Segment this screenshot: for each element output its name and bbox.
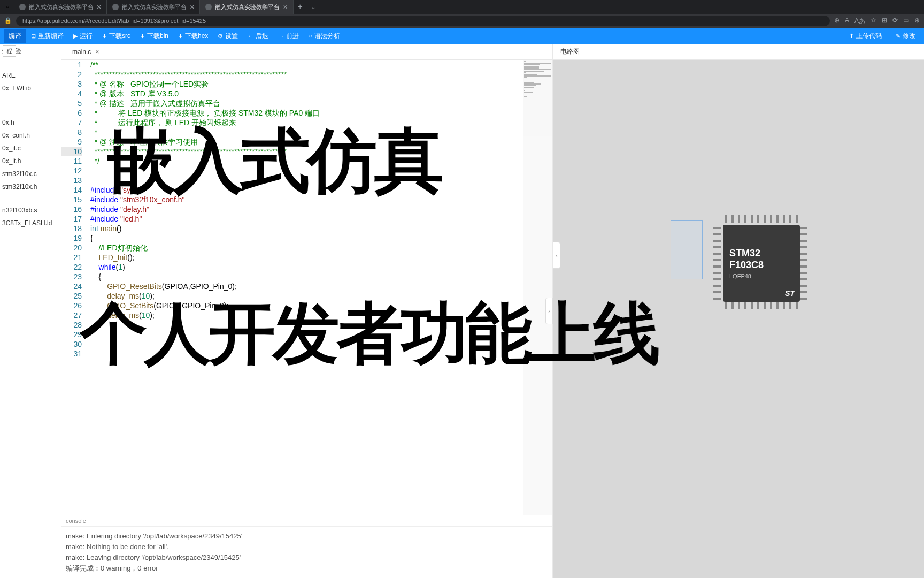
file-sidebar: 炼实验 ARE 0x_FWLib 0x.h 0x_conf.h 0x_it.c … — [0, 44, 61, 578]
url-input[interactable]: https://app.puliedu.com/#/recodeEdit?lab… — [16, 16, 830, 26]
tab-title: 嵌入式仿真实验教学平台 — [215, 3, 280, 11]
browser-tab-bar: ▫ 嵌入式仿真实验教学平台 × 嵌入式仿真实验教学平台 × 嵌入式仿真实验教学平… — [0, 0, 924, 14]
close-icon[interactable]: × — [283, 3, 287, 11]
translate-icon[interactable]: Aあ — [854, 17, 865, 26]
recompile-icon: ⊡ — [31, 33, 36, 40]
zoom-icon[interactable]: A — [845, 17, 849, 26]
download-icon: ⬇ — [102, 33, 107, 40]
close-icon[interactable]: × — [95, 48, 99, 56]
tab-overflow-icon[interactable]: ⌄ — [307, 4, 320, 10]
refresh-icon[interactable]: ⟳ — [892, 17, 898, 26]
new-tab-button[interactable]: + — [294, 2, 307, 12]
window-control-icon[interactable]: ▫ — [4, 4, 11, 10]
run-button[interactable]: ▶运行 — [69, 29, 97, 43]
recompile-button[interactable]: ⊡重新编译 — [27, 29, 68, 43]
console-panel: console make: Entering directory '/opt/l… — [61, 515, 552, 578]
sidebar-file[interactable]: 0x.h — [0, 116, 61, 129]
favorite-icon[interactable]: ☆ — [871, 17, 876, 26]
panel-icon[interactable]: ▭ — [903, 17, 909, 26]
gear-icon: ⚙ — [218, 33, 223, 40]
sidebar-file[interactable]: 0x_it.h — [0, 155, 61, 168]
circuit-header: 电路图 — [553, 44, 924, 60]
sidebar-file[interactable]: 0x_conf.h — [0, 129, 61, 142]
download-icon: ⬇ — [178, 33, 183, 40]
file-tab[interactable]: main.c × — [69, 48, 102, 56]
download-src-button[interactable]: ⬇下载src — [98, 29, 135, 43]
reader-icon[interactable]: ⊕ — [834, 17, 840, 26]
minimap[interactable] — [523, 60, 552, 515]
sidebar-file[interactable]: n32f103xb.s — [0, 204, 61, 217]
sidebar-file[interactable]: 3C8Tx_FLASH.ld — [0, 217, 61, 230]
syntax-icon: ○ — [309, 33, 312, 39]
sidebar-item[interactable]: ARE — [0, 69, 61, 82]
favicon-icon — [112, 4, 119, 10]
edit-icon: ✎ — [896, 33, 900, 40]
overlay-title-1: 嵌入式仿真 — [107, 126, 441, 195]
tab-title: 嵌入式仿真实验教学平台 — [122, 3, 187, 11]
app-toolbar: 编译 ⊡重新编译 ▶运行 ⬇下载src ⬇下载bin ⬇下载hex ⚙设置 ←后… — [0, 28, 924, 44]
play-icon: ▶ — [73, 33, 78, 40]
syntax-button[interactable]: ○语法分析 — [304, 29, 344, 43]
arrow-left-icon: ← — [248, 33, 253, 39]
line-gutter: 1234567891011121314151617181920212223242… — [61, 60, 87, 515]
expand-handle[interactable]: ‹ — [553, 242, 560, 269]
download-hex-button[interactable]: ⬇下载hex — [174, 29, 212, 43]
overlay-title-2: 个人开发者功能上线 — [80, 300, 658, 367]
forward-button[interactable]: →前进 — [274, 29, 303, 43]
browser-tab-active[interactable]: 嵌入式仿真实验教学平台 × — [200, 0, 293, 14]
lock-icon[interactable]: 🔒 — [4, 17, 12, 25]
chip-label: STM32 — [729, 247, 800, 259]
browser-tab[interactable]: 嵌入式仿真实验教学平台 × — [107, 0, 200, 14]
console-output: make: Entering directory '/opt/lab/works… — [61, 527, 552, 578]
close-icon[interactable]: × — [190, 3, 194, 11]
file-tab-bar: main.c × — [61, 44, 552, 60]
favicon-icon — [19, 4, 26, 10]
address-bar: 🔒 https://app.puliedu.com/#/recodeEdit?l… — [0, 14, 924, 28]
extension-icon[interactable]: ⊞ — [882, 17, 887, 26]
sidebar-file[interactable]: stm32f10x.h — [0, 180, 61, 193]
arrow-right-icon: → — [278, 33, 284, 39]
upload-button[interactable]: ⬆上传代码 — [845, 29, 886, 43]
chip-logo: ST — [785, 289, 795, 298]
back-button[interactable]: ←后退 — [243, 29, 273, 43]
browser-tab[interactable]: 嵌入式仿真实验教学平台 × — [14, 0, 107, 14]
sidebar-file[interactable]: stm32f10x.c — [0, 168, 61, 180]
circuit-component[interactable] — [671, 220, 703, 279]
close-icon[interactable]: × — [97, 3, 101, 11]
sidebar-item[interactable]: 0x_FWLib — [0, 82, 61, 95]
settings-button[interactable]: ⚙设置 — [213, 29, 242, 43]
upload-icon: ⬆ — [849, 33, 854, 40]
chip-label: LQFP48 — [729, 273, 800, 279]
console-header[interactable]: console — [61, 515, 552, 527]
compile-button[interactable]: 编译 — [4, 29, 26, 43]
chip-label: F103C8 — [729, 259, 800, 271]
download-icon: ⬇ — [140, 33, 145, 40]
stm32-chip[interactable]: STM32 F103C8 LQFP48 ST — [713, 215, 810, 311]
tab-title: 嵌入式仿真实验教学平台 — [29, 3, 94, 11]
download-bin-button[interactable]: ⬇下载bin — [136, 29, 173, 43]
tooltip: 程 — [3, 45, 16, 57]
sidebar-file[interactable]: 0x_it.c — [0, 142, 61, 155]
menu-icon[interactable]: ⊕ — [914, 17, 920, 26]
favicon-icon — [205, 4, 212, 10]
edit-button[interactable]: ✎修改 — [891, 29, 920, 43]
